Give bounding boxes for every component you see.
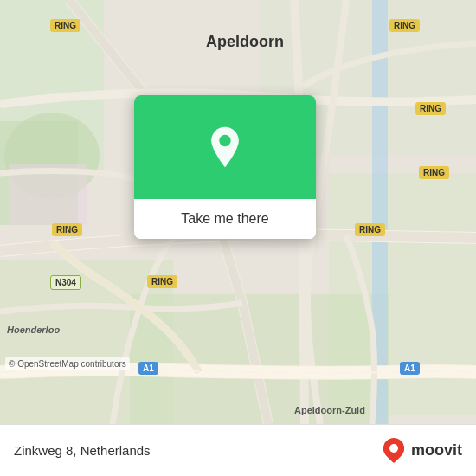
ring-badge-2: RING: [389, 19, 420, 32]
ring-badge-8: RING: [147, 275, 177, 288]
popup-card: Take me there: [134, 95, 316, 239]
moovit-logo: moovit: [380, 437, 462, 465]
moovit-text: moovit: [411, 441, 462, 460]
take-me-there-button[interactable]: Take me there: [134, 199, 316, 239]
a1-badge-2: A1: [400, 362, 420, 375]
svg-point-10: [219, 135, 230, 146]
copyright-text: © OpenStreetMap contributors: [5, 357, 130, 370]
map-container: Apeldoorn RING RING RING RING RING RING …: [0, 0, 476, 424]
bottom-bar: Zinkweg 8, Netherlands moovit: [0, 424, 476, 476]
n304-badge: N304: [50, 275, 81, 290]
ring-badge-7: RING: [355, 223, 385, 236]
moovit-logo-icon: [380, 437, 408, 465]
a1-badge-1: A1: [138, 362, 158, 375]
location-pin-icon: [203, 125, 247, 169]
ring-badge-5: RING: [52, 223, 82, 236]
ring-badge-3: RING: [415, 102, 446, 115]
svg-point-12: [389, 444, 398, 453]
location-label: Zinkweg 8, Netherlands: [14, 443, 151, 458]
popup-map-section: [134, 95, 316, 199]
ring-badge-4: RING: [419, 166, 449, 179]
ring-badge-1: RING: [50, 19, 80, 32]
